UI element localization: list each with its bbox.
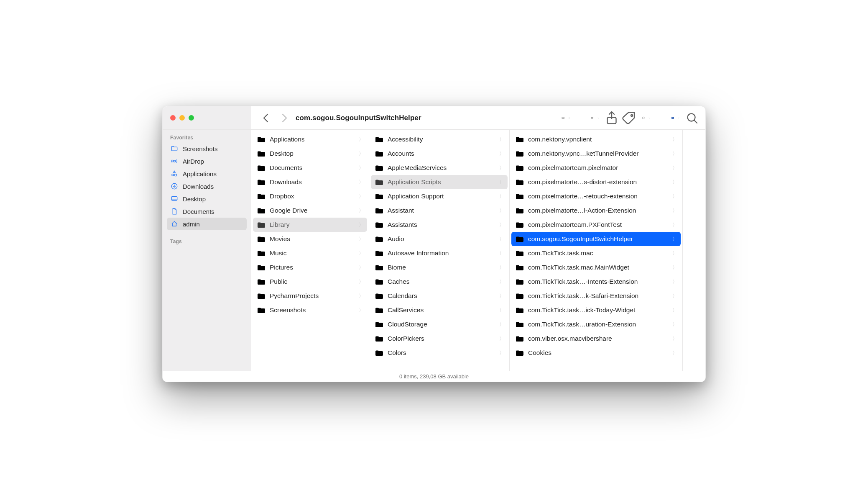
preview-toggle-button[interactable] <box>669 110 682 126</box>
folder-row[interactable]: Cookies〉 <box>511 346 681 360</box>
folder-row[interactable]: com.pixelmatorte…l-Action-Extension〉 <box>511 203 681 218</box>
sidebar-item-label: Documents <box>183 208 214 215</box>
sidebar-item-desktop[interactable]: Desktop <box>167 193 247 205</box>
folder-row[interactable]: Desktop〉 <box>253 146 367 161</box>
folder-row[interactable]: Pictures〉 <box>253 260 367 275</box>
folder-row[interactable]: Calendars〉 <box>371 289 508 303</box>
folder-row[interactable]: Biome〉 <box>371 260 508 275</box>
doc-icon <box>170 208 179 215</box>
folder-row[interactable]: Documents〉 <box>253 161 367 175</box>
folder-icon <box>516 349 524 356</box>
folder-icon <box>516 164 524 171</box>
folder-row[interactable]: Colors〉 <box>371 346 508 360</box>
folder-label: com.sogou.SogouInputSwitchHelper <box>528 235 668 243</box>
folder-row[interactable]: Assistants〉 <box>371 218 508 232</box>
folder-label: com.pixelmatorte…-retouch-extension <box>528 193 668 200</box>
finder-window: com.sogou.SogouInputSwitchHelper <box>162 106 706 382</box>
folder-row[interactable]: Applications〉 <box>253 132 367 146</box>
folder-row[interactable]: Google Drive〉 <box>253 203 367 218</box>
folder-icon <box>375 307 383 313</box>
folder-label: AppleMediaServices <box>388 164 495 172</box>
folder-row[interactable]: com.pixelmatorte…-retouch-extension〉 <box>511 189 681 203</box>
folder-row[interactable]: CloudStorage〉 <box>371 317 508 331</box>
window-body: Favorites Screenshots AirDrop Applicatio… <box>163 130 705 371</box>
chevron-right-icon: 〉 <box>499 278 504 285</box>
svg-rect-0 <box>562 117 564 118</box>
folder-icon <box>257 207 266 214</box>
folder-row[interactable]: com.TickTick.task…-Intents-Extension〉 <box>511 275 681 289</box>
minimize-icon[interactable] <box>179 115 185 121</box>
close-icon[interactable] <box>170 115 176 121</box>
folder-icon <box>375 335 383 342</box>
chevron-right-icon: 〉 <box>672 221 677 229</box>
share-button[interactable] <box>604 110 619 126</box>
sidebar-item-downloads[interactable]: Downloads <box>167 180 247 193</box>
forward-button[interactable] <box>276 110 291 126</box>
tags-button[interactable] <box>622 110 637 126</box>
folder-row[interactable]: PycharmProjects〉 <box>253 289 367 303</box>
folder-row[interactable]: com.TickTick.task…uration-Extension〉 <box>511 317 681 331</box>
back-button[interactable] <box>259 110 274 126</box>
folder-row[interactable]: Caches〉 <box>371 275 508 289</box>
sidebar-item-admin[interactable]: admin <box>167 218 247 230</box>
chevron-right-icon: 〉 <box>672 207 677 214</box>
folder-row[interactable]: CallServices〉 <box>371 303 508 317</box>
folder-row[interactable]: com.TickTick.task.mac.MainWidget〉 <box>511 260 681 275</box>
folder-row[interactable]: Accessibility〉 <box>371 132 508 146</box>
chevron-right-icon: 〉 <box>359 236 364 243</box>
chevron-right-icon: 〉 <box>499 250 504 257</box>
sidebar-item-screenshots[interactable]: Screenshots <box>167 142 247 155</box>
folder-label: CallServices <box>388 306 495 314</box>
group-by-button[interactable] <box>588 110 602 126</box>
folder-row[interactable]: Library〉 <box>253 218 367 232</box>
folder-row[interactable]: Downloads〉 <box>253 175 367 189</box>
folder-row[interactable]: Movies〉 <box>253 232 367 246</box>
folder-row[interactable]: Audio〉 <box>371 232 508 246</box>
folder-row[interactable]: com.TickTick.task…ick-Today-Widget〉 <box>511 303 681 317</box>
folder-row[interactable]: ColorPickers〉 <box>371 331 508 346</box>
folder-icon <box>516 335 524 342</box>
folder-label: Biome <box>388 264 495 271</box>
folder-row[interactable]: Accounts〉 <box>371 146 508 161</box>
svg-point-16 <box>672 118 673 118</box>
sidebar-item-airdrop[interactable]: AirDrop <box>167 155 247 167</box>
airdrop-icon <box>170 157 179 165</box>
folder-row[interactable]: com.TickTick.task…k-Safari-Extension〉 <box>511 289 681 303</box>
window-controls[interactable] <box>170 115 194 121</box>
folder-row[interactable]: com.pixelmatorteam.PXFontTest〉 <box>511 218 681 232</box>
folder-row[interactable]: Public〉 <box>253 275 367 289</box>
chevron-right-icon: 〉 <box>499 335 504 342</box>
folder-row[interactable]: Autosave Information〉 <box>371 246 508 260</box>
folder-label: Assistant <box>388 207 495 214</box>
folder-row[interactable]: Dropbox〉 <box>253 189 367 203</box>
folder-row[interactable]: Music〉 <box>253 246 367 260</box>
folder-icon <box>257 293 266 299</box>
search-button[interactable] <box>684 110 700 126</box>
folder-row[interactable]: Application Support〉 <box>371 189 508 203</box>
folder-label: PycharmProjects <box>270 292 355 300</box>
zoom-icon[interactable] <box>189 115 194 121</box>
chevron-right-icon: 〉 <box>499 264 504 271</box>
folder-row[interactable]: com.TickTick.task.mac〉 <box>511 246 681 260</box>
folder-row[interactable]: Assistant〉 <box>371 203 508 218</box>
folder-icon <box>375 164 383 171</box>
status-text: 0 items, 239,08 GB available <box>399 373 469 380</box>
folder-row[interactable]: com.pixelmatorteam.pixelmator〉 <box>511 161 681 175</box>
folder-row[interactable]: com.sogou.SogouInputSwitchHelper〉 <box>511 232 681 246</box>
folder-icon <box>516 307 524 313</box>
folder-row[interactable]: Application Scripts〉 <box>371 175 508 189</box>
sidebar-item-applications[interactable]: Applications <box>167 167 247 180</box>
sidebar-item-label: Screenshots <box>183 145 217 152</box>
folder-row[interactable]: com.nektony.vpnclient〉 <box>511 132 681 146</box>
folder-row[interactable]: com.viber.osx.macvibershare〉 <box>511 331 681 346</box>
folder-row[interactable]: AppleMediaServices〉 <box>371 161 508 175</box>
folder-row[interactable]: com.pixelmatorte…s-distort-extension〉 <box>511 175 681 189</box>
view-columns-button[interactable] <box>559 110 572 126</box>
chevron-right-icon: 〉 <box>672 264 677 271</box>
sidebar: Favorites Screenshots AirDrop Applicatio… <box>163 130 251 371</box>
folder-row[interactable]: Screenshots〉 <box>253 303 367 317</box>
chevron-right-icon: 〉 <box>359 264 364 271</box>
sidebar-item-documents[interactable]: Documents <box>167 205 247 218</box>
folder-row[interactable]: com.nektony.vpnc…ketTunnelProvider〉 <box>511 146 681 161</box>
action-menu-button[interactable] <box>639 110 653 126</box>
